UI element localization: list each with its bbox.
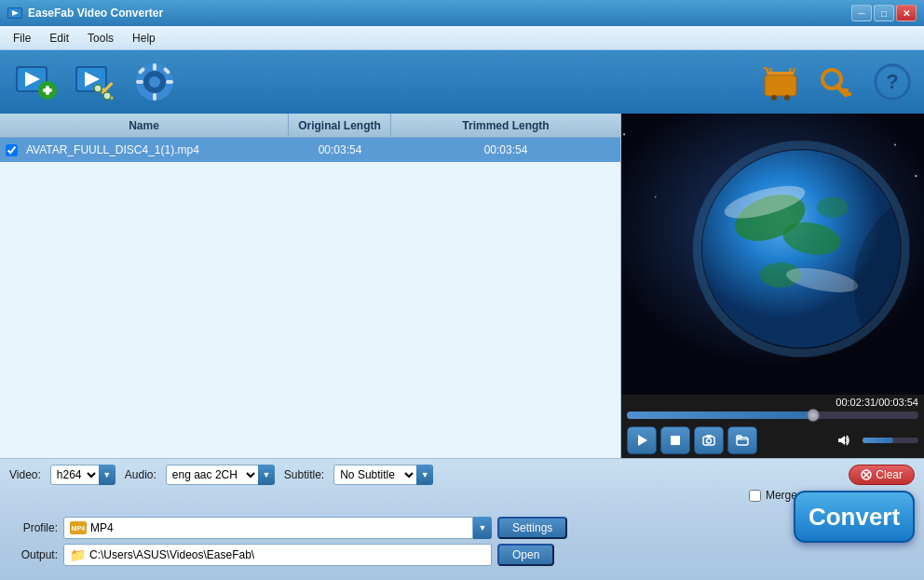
register-button[interactable] [814, 60, 859, 104]
settings-icon [133, 61, 176, 103]
track-selectors: Video: h264 ▼ Audio: eng aac 2CH ▼ Subti… [9, 465, 915, 485]
profile-row: Profile: MP4 MP4 ▼ Settings [9, 517, 915, 539]
file-name: AVATAR_FUULL_DISC4_1(1).mp4 [22, 143, 289, 156]
file-checkbox[interactable] [0, 144, 22, 156]
bottom-controls: Video: h264 ▼ Audio: eng aac 2CH ▼ Subti… [0, 458, 924, 511]
shop-button[interactable] [758, 60, 803, 104]
svg-marker-58 [638, 435, 647, 446]
help-icon: ? [873, 62, 912, 101]
main-area: Name Original Length Trimmed Length AVAT… [0, 114, 924, 458]
maximize-button[interactable]: □ [874, 5, 894, 21]
add-video-icon [14, 61, 57, 103]
svg-point-34 [784, 95, 790, 101]
svg-point-44 [894, 143, 896, 145]
svg-point-14 [94, 85, 102, 92]
svg-rect-38 [847, 92, 851, 96]
close-button[interactable]: ✕ [896, 5, 917, 21]
svg-rect-25 [765, 75, 796, 96]
volume-area [829, 426, 918, 454]
seek-bar-thumb[interactable] [807, 409, 820, 422]
help-button[interactable]: ? [870, 60, 915, 104]
volume-fill [863, 438, 893, 443]
toolbar-right: ? [758, 60, 915, 104]
svg-point-43 [623, 133, 625, 135]
video-select[interactable]: h264 [50, 465, 100, 485]
merge-checkbox[interactable] [749, 490, 761, 502]
file-list: AVATAR_FUULL_DISC4_1(1).mp4 00:03:54 00:… [0, 138, 620, 458]
svg-point-54 [817, 196, 849, 217]
trim-video-button[interactable] [69, 57, 121, 107]
svg-line-30 [793, 68, 795, 75]
audio-select[interactable]: eng aac 2CH [166, 465, 259, 485]
table-row[interactable]: AVATAR_FUULL_DISC4_1(1).mp4 00:03:54 00:… [0, 138, 620, 162]
seek-bar-fill [627, 411, 813, 419]
svg-rect-22 [166, 80, 173, 84]
volume-button[interactable] [829, 426, 859, 454]
svg-rect-62 [706, 435, 712, 438]
file-trimmed-length: 00:03:54 [391, 143, 620, 156]
subtitle-select-wrapper: No Subtitle ▼ [333, 465, 433, 485]
audio-select-arrow[interactable]: ▼ [258, 465, 275, 485]
stop-button[interactable] [660, 426, 690, 454]
svg-rect-59 [671, 436, 680, 445]
snapshot-button[interactable] [694, 426, 724, 454]
play-button[interactable] [627, 426, 657, 454]
output-row: Output: 📁 C:\Users\ASUS\Videos\EaseFab\ … [9, 544, 915, 566]
seek-bar-track[interactable] [627, 411, 918, 419]
title-bar: EaseFab Video Converter ─ □ ✕ [0, 0, 924, 26]
toolbar: ? [0, 50, 924, 114]
video-select-arrow[interactable]: ▼ [99, 465, 116, 485]
add-video-button[interactable] [9, 57, 61, 107]
file-list-header: Name Original Length Trimmed Length [0, 114, 620, 138]
settings-button[interactable]: Settings [497, 517, 567, 539]
subtitle-select[interactable]: No Subtitle [333, 465, 417, 485]
clear-icon [861, 469, 872, 480]
svg-rect-21 [136, 80, 143, 84]
mp4-icon: MP4 [70, 521, 87, 534]
output-input[interactable]: 📁 C:\Users\ASUS\Videos\EaseFab\ [63, 544, 492, 566]
video-track-label: Video: [9, 468, 41, 481]
menu-tools[interactable]: Tools [78, 29, 123, 47]
minimize-button[interactable]: ─ [851, 5, 872, 21]
convert-button[interactable]: Convert [794, 491, 915, 543]
svg-rect-20 [153, 93, 156, 101]
svg-line-26 [767, 68, 768, 75]
profile-input[interactable]: MP4 MP4 [63, 517, 473, 539]
svg-marker-65 [838, 436, 845, 445]
col-name-header: Name [0, 114, 289, 137]
audio-track-label: Audio: [125, 468, 156, 481]
file-checked[interactable] [6, 144, 18, 156]
menu-edit[interactable]: Edit [40, 29, 78, 47]
menu-file[interactable]: File [4, 29, 40, 47]
app-icon [7, 6, 22, 20]
menu-help[interactable]: Help [123, 29, 165, 47]
toolbar-left [9, 57, 181, 107]
svg-point-18 [149, 76, 160, 88]
shop-icon [761, 62, 800, 101]
profile-arrow[interactable]: ▼ [473, 517, 492, 539]
menu-bar: File Edit Tools Help [0, 26, 924, 50]
video-preview-area: 00:02:31/00:03:54 [621, 114, 924, 458]
earth-visual [621, 114, 924, 395]
subtitle-track-label: Subtitle: [284, 468, 324, 481]
title-bar-controls[interactable]: ─ □ ✕ [851, 5, 917, 21]
output-input-wrapper: 📁 C:\Users\ASUS\Videos\EaseFab\ [63, 544, 492, 566]
svg-point-33 [771, 95, 777, 101]
svg-rect-8 [46, 86, 49, 95]
volume-track[interactable] [863, 438, 918, 443]
trim-icon [74, 61, 116, 103]
time-display: 00:02:31/00:03:54 [621, 395, 924, 410]
output-folder-icon: 📁 [70, 547, 86, 562]
audio-select-wrapper: eng aac 2CH ▼ [166, 465, 275, 485]
register-icon [817, 62, 856, 101]
seek-bar-area[interactable] [621, 410, 924, 423]
svg-point-45 [655, 196, 657, 198]
volume-icon [837, 434, 850, 447]
col-trimmed-length-header: Trimmed Length [391, 114, 620, 137]
settings-toolbar-button[interactable] [129, 57, 181, 107]
open-button[interactable]: Open [497, 544, 554, 566]
svg-rect-37 [843, 88, 849, 92]
clear-button[interactable]: Clear [849, 465, 915, 485]
open-folder-button[interactable] [727, 426, 757, 454]
subtitle-select-arrow[interactable]: ▼ [416, 465, 433, 485]
